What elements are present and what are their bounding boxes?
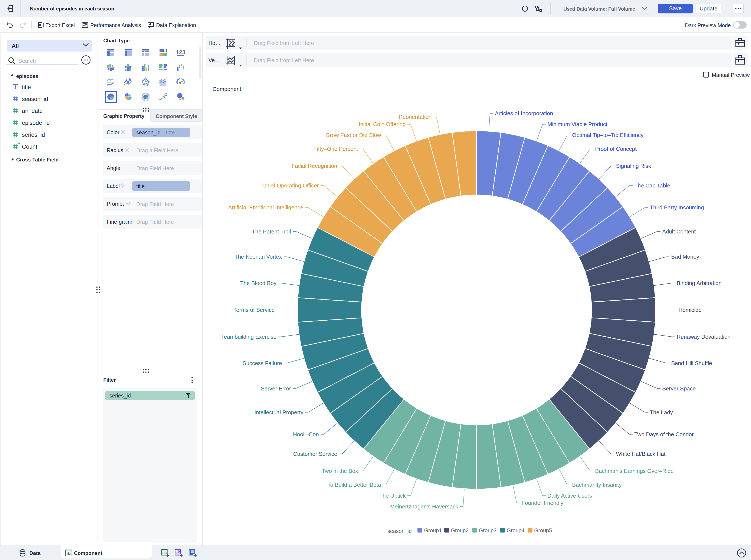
svg-text:Initial Coin Offering: Initial Coin Offering [359,121,406,127]
svg-text:Group5: Group5 [534,527,552,533]
svg-text:Artificial Emotional Intellige: Artificial Emotional Intelligence [228,204,304,211]
svg-text:Founder Friendly: Founder Friendly [522,500,564,506]
svg-text:Group4: Group4 [507,527,524,533]
svg-text:The Keenan Vortex: The Keenan Vortex [235,254,282,260]
svg-text:Server Space: Server Space [662,385,696,392]
svg-text:Group3: Group3 [479,527,496,533]
svg-text:Optimal Tip–to–Tip Efficiency: Optimal Tip–to–Tip Efficiency [572,132,644,138]
svg-text:Two in the Box: Two in the Box [322,468,358,474]
svg-text:Runaway Devaluation: Runaway Devaluation [677,334,731,340]
svg-text:Bachman's Earnings Over–Ride: Bachman's Earnings Over–Ride [595,468,674,474]
svg-text:Third Party Insourcing: Third Party Insourcing [650,204,704,211]
svg-text:The Uptick: The Uptick [379,493,406,499]
svg-text:Binding Arbitration: Binding Arbitration [677,280,722,286]
svg-text:Sand Hill Shuffle: Sand Hill Shuffle [671,360,712,366]
svg-text:Hooli–Con: Hooli–Con [293,431,319,438]
svg-text:Proof of Concept: Proof of Concept [595,146,637,152]
svg-text:Success Failure: Success Failure [243,360,282,366]
svg-text:Server Error: Server Error [261,385,291,392]
svg-text:Customer Service: Customer Service [293,451,337,457]
svg-text:Grow Fast or Die Slow: Grow Fast or Die Slow [326,132,381,138]
svg-text:Facial Recognition: Facial Recognition [291,163,337,169]
svg-text:The Patent Troll: The Patent Troll [252,228,291,235]
svg-text:Terms of Service: Terms of Service [234,307,275,313]
svg-text:Fifty–One Percent: Fifty–One Percent [313,146,358,152]
svg-text:Minimum Viable Product: Minimum Viable Product [547,121,607,127]
svg-text:Signaling Risk: Signaling Risk [616,163,651,169]
svg-text:The Blood Boy: The Blood Boy [240,280,277,286]
svg-text:Articles of Incorporation: Articles of Incorporation [495,110,553,117]
svg-text:Group2: Group2 [451,527,469,533]
svg-text:The Cap Table: The Cap Table [634,182,670,189]
svg-text:Adult Content: Adult Content [662,228,696,235]
svg-text:Two Days of the Condor: Two Days of the Condor [634,431,694,438]
svg-text:Reorientation: Reorientation [399,114,432,120]
svg-text:Chief Operating Officer: Chief Operating Officer [262,182,319,189]
svg-text:Intellectual Property: Intellectual Property [254,409,303,416]
svg-text:Group1: Group1 [424,527,442,533]
svg-text:To Build a Better Beta: To Build a Better Beta [327,482,381,488]
svg-text:Homicide: Homicide [678,307,702,313]
svg-text:White Hat/Black Hat: White Hat/Black Hat [616,451,666,457]
svg-text:Daily Active Users: Daily Active Users [547,493,592,499]
svg-text:Meinertzhagen's Haversack: Meinertzhagen's Haversack [390,503,458,510]
svg-text:Bachmanity Insanity: Bachmanity Insanity [572,482,622,488]
svg-text:season_id: season_id [387,528,412,534]
svg-text:123: 123 [176,49,185,56]
svg-text:Bad Money: Bad Money [671,254,699,260]
svg-text:Teambuilding Exercise: Teambuilding Exercise [221,334,277,340]
svg-text:The Lady: The Lady [650,409,673,416]
